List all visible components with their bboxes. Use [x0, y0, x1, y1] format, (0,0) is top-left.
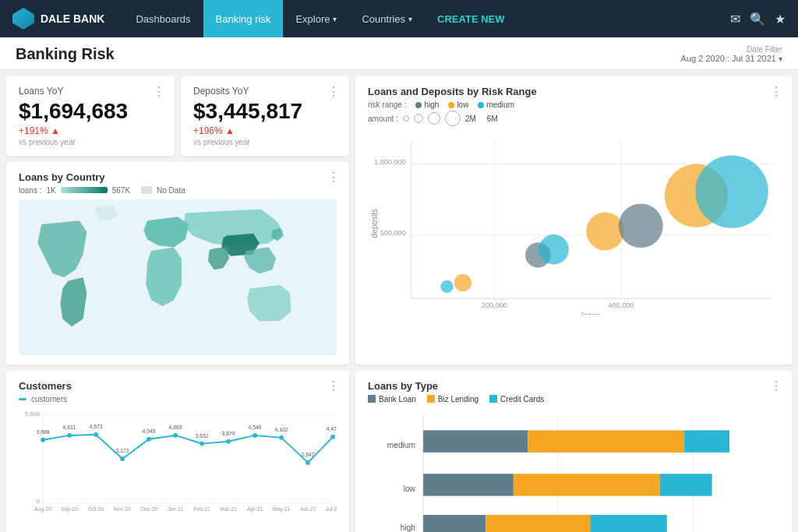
countries-chevron-icon: ▾: [408, 15, 412, 23]
svg-point-10: [440, 280, 453, 293]
svg-rect-80: [486, 515, 590, 532]
svg-text:May-21: May-21: [273, 506, 291, 513]
svg-point-31: [173, 433, 178, 438]
nav-icons: ✉ 🔍 ★: [730, 12, 786, 26]
scatter-svg: 1,000,000 500,000 200,000 400,000: [368, 132, 779, 315]
lbt-legend-biz: Biz Lending: [427, 395, 478, 403]
svg-text:Oct-20: Oct-20: [88, 506, 104, 512]
svg-text:3,879: 3,879: [222, 431, 235, 436]
map-card: ⋮ Loans by Country loans : 1K 567K No Da…: [6, 162, 349, 365]
date-filter-chevron-icon: ▾: [779, 55, 782, 63]
logo-text: DALE BANK: [41, 12, 104, 25]
svg-rect-73: [423, 430, 528, 452]
loans-label: Loans YoY: [19, 86, 162, 97]
svg-text:400,000: 400,000: [608, 301, 634, 309]
svg-text:Sep-20: Sep-20: [61, 506, 78, 513]
svg-text:Nov-20: Nov-20: [114, 506, 131, 512]
nav-banking-risk[interactable]: Banking risk: [203, 0, 284, 37]
svg-text:4,102: 4,102: [275, 427, 288, 432]
svg-text:medium: medium: [387, 441, 415, 449]
customers-card: ⋮ Customers customers 5,000 0: [6, 371, 349, 532]
svg-point-13: [538, 234, 569, 265]
svg-point-30: [147, 437, 151, 442]
world-map-svg: [19, 199, 337, 355]
map-title: Loans by Country: [19, 171, 337, 183]
nav-countries[interactable]: Countries ▾: [349, 0, 425, 37]
svg-point-26: [41, 438, 45, 442]
loans-value: $1,694,683: [19, 100, 162, 124]
lbt-title: Loans by Type: [368, 380, 779, 392]
date-filter[interactable]: Date Filter Aug 2 2020 : Jul 31 2021 ▾: [681, 45, 782, 63]
svg-point-14: [586, 213, 624, 251]
credit-cards-color: [489, 395, 497, 403]
lbt-legend-credit: Credit Cards: [489, 395, 544, 403]
svg-text:4,611: 4,611: [63, 425, 76, 430]
scatter-card: ⋮ Loans and Deposits by Risk Range risk …: [355, 76, 792, 365]
scatter-menu[interactable]: ⋮: [770, 84, 782, 99]
legend-gradient: [61, 187, 108, 193]
page-title: Banking Risk: [16, 45, 115, 63]
svg-text:4,549: 4,549: [249, 425, 262, 430]
rl-low: low: [448, 100, 468, 109]
svg-point-32: [200, 441, 204, 446]
deposits-kpi-card: ⋮ Deposits YoY $3,445,817 +196% ▲ vs pre…: [181, 76, 349, 156]
map-menu[interactable]: ⋮: [327, 170, 340, 185]
svg-text:high: high: [401, 523, 415, 532]
search-icon[interactable]: 🔍: [750, 12, 765, 26]
rl-medium: medium: [478, 100, 514, 109]
svg-text:200,000: 200,000: [482, 301, 507, 309]
svg-text:deposits: deposits: [370, 209, 379, 238]
scatter-title: Loans and Deposits by Risk Range: [368, 86, 779, 97]
svg-text:Mar-21: Mar-21: [220, 506, 237, 512]
svg-point-15: [619, 203, 663, 248]
svg-rect-74: [528, 430, 684, 452]
svg-point-36: [305, 460, 310, 465]
svg-point-29: [120, 456, 125, 461]
loans-kpi-menu[interactable]: ⋮: [153, 84, 165, 99]
svg-rect-76: [423, 474, 514, 495]
svg-text:4,049: 4,049: [143, 428, 156, 434]
dashboard: ⋮ Loans YoY $1,694,683 +191% ▲ vs previo…: [0, 70, 798, 532]
map-area: [19, 199, 337, 355]
loans-change: +191% ▲: [19, 125, 162, 136]
date-filter-label: Date Filter: [681, 45, 782, 54]
svg-point-37: [330, 435, 335, 439]
svg-text:4,673: 4,673: [90, 424, 103, 429]
bank-loan-color: [368, 395, 376, 403]
customers-chart-svg: 5,000 0 3,688 4,611 4,: [19, 407, 337, 513]
customers-legend: customers: [19, 395, 337, 403]
svg-text:4,603: 4,603: [169, 425, 182, 430]
svg-text:Feb-21: Feb-21: [193, 506, 210, 512]
amount-legend: amount : 2M 6M: [368, 111, 779, 126]
rl-high: high: [415, 100, 439, 109]
map-legend: loans : 1K 567K No Data: [19, 186, 337, 195]
risk-legend: risk range : high low medium: [368, 100, 779, 109]
svg-text:Dec-20: Dec-20: [140, 506, 157, 512]
svg-rect-79: [423, 515, 486, 532]
lbt-legend: Bank Loan Biz Lending Credit Cards: [368, 395, 779, 403]
svg-text:Jun-21: Jun-21: [300, 506, 316, 512]
star-icon[interactable]: ★: [775, 12, 786, 26]
deposits-kpi-menu[interactable]: ⋮: [327, 84, 340, 99]
svg-rect-77: [514, 474, 660, 495]
nav-dashboards[interactable]: Dashboards: [123, 0, 203, 37]
svg-text:0: 0: [37, 498, 41, 505]
svg-point-11: [454, 274, 471, 291]
nav-explore[interactable]: Explore ▾: [283, 0, 349, 37]
nav-logo[interactable]: DALE BANK: [12, 8, 104, 30]
svg-point-28: [94, 432, 98, 437]
deposits-label: Deposits YoY: [193, 86, 337, 97]
customers-menu[interactable]: ⋮: [327, 379, 340, 393]
mail-icon[interactable]: ✉: [730, 12, 740, 26]
lbt-menu[interactable]: ⋮: [770, 379, 782, 393]
deposits-value: $3,445,817: [193, 100, 337, 124]
svg-rect-81: [590, 515, 666, 532]
svg-text:4,476: 4,476: [327, 426, 337, 432]
date-filter-value[interactable]: Aug 2 2020 : Jul 31 2021 ▾: [681, 54, 782, 63]
lbt-legend-bank: Bank Loan: [368, 395, 416, 403]
svg-text:3,632: 3,632: [196, 433, 209, 439]
svg-text:Aug-20: Aug-20: [34, 506, 51, 513]
loans-sub: vs previous year: [19, 138, 162, 146]
nav-create-new[interactable]: CREATE NEW: [425, 0, 517, 37]
biz-lending-color: [427, 395, 435, 403]
